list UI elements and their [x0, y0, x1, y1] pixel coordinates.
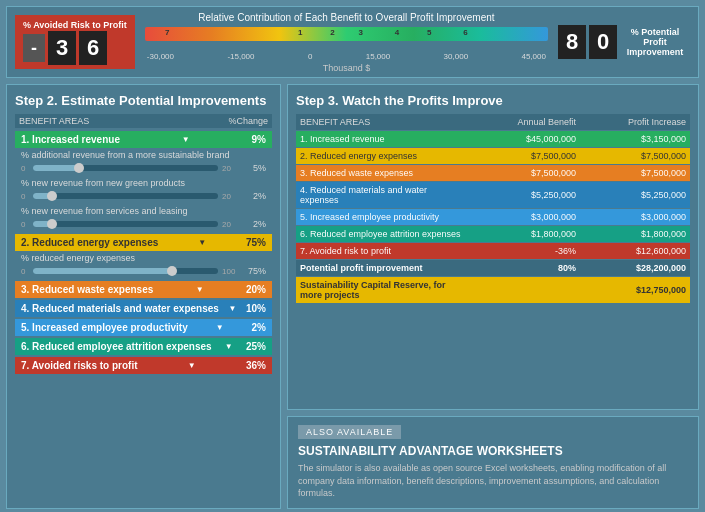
slider-min-2a: 0: [21, 267, 29, 276]
chart-title: Relative Contribution of Each Benefit to…: [145, 12, 548, 23]
risk-box: % Avoided Risk to Profit - 3 6: [15, 15, 135, 70]
pct-6: 25%: [246, 341, 266, 352]
slider-max-1b: 20: [222, 192, 238, 201]
benefit-header-5[interactable]: 5. Increased employee productivity ▼ 2%: [15, 319, 272, 336]
benefit-header-1[interactable]: 1. Increased revenue ▼ 9%: [15, 131, 272, 148]
col-benefit: BENEFIT AREAS: [300, 117, 466, 127]
arrow-2: ▼: [198, 238, 206, 247]
watch-panel: Step 3. Watch the Profits Improve BENEFI…: [287, 84, 699, 410]
row1-profit: $3,150,000: [576, 134, 686, 144]
slider-thumb-1a[interactable]: [74, 163, 84, 173]
left-col-change: %Change: [228, 116, 268, 126]
sub-item-1b: % new revenue from new green products: [15, 176, 272, 190]
row7-label: 7. Avoided risk to profit: [300, 246, 466, 256]
row7-profit: $12,600,000: [576, 246, 686, 256]
row-potential-profit: $28,200,000: [576, 263, 686, 273]
slider-row-1b[interactable]: 0 20 2%: [15, 190, 272, 204]
table-row-1: 1. Increased revenue $45,000,000 $3,150,…: [296, 131, 690, 147]
benefit-row-3: 3. Reduced waste expenses ▼ 20%: [15, 281, 272, 298]
pct-7: 36%: [246, 360, 266, 371]
row-reserve-profit: $12,750,000: [576, 285, 686, 295]
left-panel-title: Step 2. Estimate Potential Improvements: [15, 93, 272, 108]
slider-row-1a[interactable]: 0 20 5%: [15, 162, 272, 176]
table-row-4: 4. Reduced materials and water expenses …: [296, 182, 690, 208]
table-row-potential: Potential profit improvement 80% $28,200…: [296, 260, 690, 276]
slider-track-1a[interactable]: [33, 165, 218, 171]
benefit-label-1: 1. Increased revenue: [21, 134, 120, 145]
axis-val-5: 30,000: [444, 52, 468, 61]
arrow-7: ▼: [188, 361, 196, 370]
risk-num2: 6: [79, 31, 107, 65]
seg5: 5: [427, 28, 431, 37]
also-text: The simulator is also available as open …: [298, 462, 688, 500]
main-content: Step 2. Estimate Potential Improvements …: [6, 84, 699, 509]
benefit-header-6[interactable]: 6. Reduced employee attrition expenses ▼…: [15, 338, 272, 355]
benefit-row-5: 5. Increased employee productivity ▼ 2%: [15, 319, 272, 336]
row1-label: 1. Increased revenue: [300, 134, 466, 144]
pct-5: 2%: [252, 322, 266, 333]
slider-row-2a[interactable]: 0 100 75%: [15, 265, 272, 279]
pct-2: 75%: [246, 237, 266, 248]
row4-profit: $5,250,000: [576, 190, 686, 200]
slider-pct-1a: 5%: [242, 163, 266, 173]
slider-max-2a: 100: [222, 267, 238, 276]
axis-label: Thousand $: [145, 63, 548, 73]
row-reserve-label: Sustainability Capital Reserve, for more…: [300, 280, 466, 300]
gradient-bar-container: 7 1 2 3 4 5 6: [145, 27, 548, 49]
row4-annual: $5,250,000: [466, 190, 576, 200]
left-col-headers: BENEFIT AREAS %Change: [15, 114, 272, 128]
slider-thumb-1b[interactable]: [47, 191, 57, 201]
slider-thumb-2a[interactable]: [167, 266, 177, 276]
row1-annual: $45,000,000: [466, 134, 576, 144]
axis-val-6: 45,000: [521, 52, 545, 61]
axis-val-2: -15,000: [227, 52, 254, 61]
row4-label: 4. Reduced materials and water expenses: [300, 185, 466, 205]
slider-pct-1b: 2%: [242, 191, 266, 201]
slider-track-2a[interactable]: [33, 268, 218, 274]
watch-title: Step 3. Watch the Profits Improve: [296, 93, 690, 108]
row5-label: 5. Increased employee productivity: [300, 212, 466, 222]
row6-annual: $1,800,000: [466, 229, 576, 239]
sub-item-2a: % reduced energy expenses: [15, 251, 272, 265]
row-potential-label: Potential profit improvement: [300, 263, 466, 273]
potential-num1: 8: [558, 25, 586, 59]
arrow-5: ▼: [216, 323, 224, 332]
row2-annual: $7,500,000: [466, 151, 576, 161]
seg6: 6: [463, 28, 467, 37]
table-row-7: 7. Avoided risk to profit -36% $12,600,0…: [296, 243, 690, 259]
contribution-chart: Relative Contribution of Each Benefit to…: [145, 12, 548, 73]
benefit-label-7: 7. Avoided risks to profit: [21, 360, 138, 371]
row6-profit: $1,800,000: [576, 229, 686, 239]
slider-max-1a: 20: [222, 164, 238, 173]
gradient-bar: 7 1 2 3 4 5 6: [145, 27, 548, 41]
row-potential-annual: 80%: [466, 263, 576, 273]
risk-label: % Avoided Risk to Profit: [23, 19, 127, 32]
risk-num1: 3: [48, 31, 76, 65]
potential-label: % Potential Profit Improvement: [620, 27, 690, 57]
benefit-label-3: 3. Reduced waste expenses: [21, 284, 153, 295]
slider-row-1c[interactable]: 0 20 2%: [15, 218, 272, 232]
slider-track-1c[interactable]: [33, 221, 218, 227]
benefit-header-4[interactable]: 4. Reduced materials and water expenses …: [15, 300, 272, 317]
sub-item-1c: % new revenue from services and leasing: [15, 204, 272, 218]
slider-min-1c: 0: [21, 220, 29, 229]
slider-thumb-1c[interactable]: [47, 219, 57, 229]
seg2: 2: [330, 28, 334, 37]
slider-fill-1a: [33, 165, 79, 171]
seg7: 7: [165, 28, 169, 37]
risk-numbers: - 3 6: [23, 31, 127, 65]
top-section: % Avoided Risk to Profit - 3 6 Relative …: [6, 6, 699, 78]
slider-min-1a: 0: [21, 164, 29, 173]
benefit-label-4: 4. Reduced materials and water expenses: [21, 303, 219, 314]
row3-annual: $7,500,000: [466, 168, 576, 178]
benefit-header-3[interactable]: 3. Reduced waste expenses ▼ 20%: [15, 281, 272, 298]
slider-track-1b[interactable]: [33, 193, 218, 199]
arrow-6: ▼: [225, 342, 233, 351]
benefit-header-7[interactable]: 7. Avoided risks to profit ▼ 36%: [15, 357, 272, 374]
left-col-benefit: BENEFIT AREAS: [19, 116, 89, 126]
row5-profit: $3,000,000: [576, 212, 686, 222]
benefit-header-2[interactable]: 2. Reduced energy expenses ▼ 75%: [15, 234, 272, 251]
arrow-4: ▼: [228, 304, 236, 313]
table-row-2: 2. Reduced energy expenses $7,500,000 $7…: [296, 148, 690, 164]
potential-box: 8 0 % Potential Profit Improvement: [558, 25, 690, 59]
